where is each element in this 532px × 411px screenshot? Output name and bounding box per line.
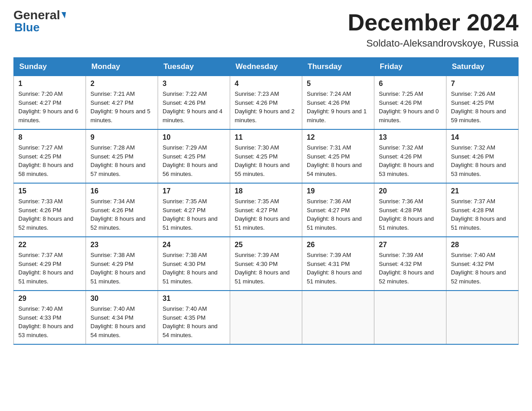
day-number: 9	[90, 133, 153, 141]
day-number: 24	[163, 241, 225, 249]
day-info: Sunrise: 7:27 AMSunset: 4:25 PMDaylight:…	[18, 143, 81, 178]
month-title: December 2024	[348, 9, 519, 36]
calendar-day-cell: 10Sunrise: 7:29 AMSunset: 4:25 PMDayligh…	[158, 129, 230, 183]
calendar-day-cell: 26Sunrise: 7:39 AMSunset: 4:31 PMDayligh…	[302, 237, 374, 291]
day-number: 8	[18, 133, 81, 141]
calendar-day-cell: 23Sunrise: 7:38 AMSunset: 4:29 PMDayligh…	[86, 237, 158, 291]
logo-general-text: General	[13, 9, 60, 21]
title-area: December 2024 Soldato-Aleksandrovskoye, …	[348, 9, 519, 49]
day-info: Sunrise: 7:26 AMSunset: 4:25 PMDaylight:…	[451, 90, 514, 124]
calendar-header: SundayMondayTuesdayWednesdayThursdayFrid…	[14, 58, 519, 76]
day-info: Sunrise: 7:35 AMSunset: 4:27 PMDaylight:…	[235, 197, 297, 232]
calendar-table: SundayMondayTuesdayWednesdayThursdayFrid…	[13, 57, 519, 345]
logo-general: General	[13, 9, 65, 21]
day-info: Sunrise: 7:32 AMSunset: 4:26 PMDaylight:…	[379, 143, 442, 178]
day-info: Sunrise: 7:32 AMSunset: 4:26 PMDaylight:…	[451, 143, 514, 178]
day-of-week-header: Thursday	[302, 58, 374, 76]
calendar-day-cell: 3Sunrise: 7:22 AMSunset: 4:26 PMDaylight…	[158, 76, 230, 130]
day-number: 26	[307, 241, 369, 249]
day-info: Sunrise: 7:38 AMSunset: 4:30 PMDaylight:…	[163, 251, 225, 286]
day-info: Sunrise: 7:21 AMSunset: 4:27 PMDaylight:…	[90, 90, 153, 124]
day-info: Sunrise: 7:33 AMSunset: 4:26 PMDaylight:…	[18, 197, 81, 232]
day-number: 13	[379, 133, 442, 141]
calendar-day-cell: 8Sunrise: 7:27 AMSunset: 4:25 PMDaylight…	[14, 129, 86, 183]
day-info: Sunrise: 7:39 AMSunset: 4:32 PMDaylight:…	[379, 251, 442, 286]
day-of-week-header: Sunday	[14, 58, 86, 76]
day-info: Sunrise: 7:40 AMSunset: 4:34 PMDaylight:…	[90, 304, 153, 339]
calendar-day-cell	[230, 291, 302, 344]
header-row: SundayMondayTuesdayWednesdayThursdayFrid…	[14, 58, 519, 76]
calendar-day-cell	[446, 291, 519, 344]
day-info: Sunrise: 7:31 AMSunset: 4:25 PMDaylight:…	[307, 143, 369, 178]
day-number: 11	[235, 133, 297, 141]
day-number: 10	[163, 133, 225, 141]
day-info: Sunrise: 7:35 AMSunset: 4:27 PMDaylight:…	[163, 197, 225, 232]
calendar-day-cell: 4Sunrise: 7:23 AMSunset: 4:26 PMDaylight…	[230, 76, 302, 130]
day-info: Sunrise: 7:37 AMSunset: 4:29 PMDaylight:…	[18, 251, 81, 286]
calendar-day-cell: 21Sunrise: 7:37 AMSunset: 4:28 PMDayligh…	[446, 183, 519, 237]
calendar-day-cell: 30Sunrise: 7:40 AMSunset: 4:34 PMDayligh…	[86, 291, 158, 344]
calendar-day-cell: 19Sunrise: 7:36 AMSunset: 4:27 PMDayligh…	[302, 183, 374, 237]
day-info: Sunrise: 7:25 AMSunset: 4:26 PMDaylight:…	[379, 90, 442, 124]
calendar-day-cell: 5Sunrise: 7:24 AMSunset: 4:26 PMDaylight…	[302, 76, 374, 130]
day-of-week-header: Friday	[374, 58, 446, 76]
day-number: 20	[379, 187, 442, 195]
calendar-day-cell	[302, 291, 374, 344]
day-info: Sunrise: 7:29 AMSunset: 4:25 PMDaylight:…	[163, 143, 225, 178]
calendar-week-row: 15Sunrise: 7:33 AMSunset: 4:26 PMDayligh…	[14, 183, 519, 237]
day-number: 21	[451, 187, 514, 195]
day-info: Sunrise: 7:36 AMSunset: 4:28 PMDaylight:…	[379, 197, 442, 232]
day-info: Sunrise: 7:40 AMSunset: 4:35 PMDaylight:…	[163, 304, 225, 339]
day-number: 14	[451, 133, 514, 141]
day-info: Sunrise: 7:36 AMSunset: 4:27 PMDaylight:…	[307, 197, 369, 232]
day-number: 31	[163, 295, 225, 303]
calendar-day-cell: 29Sunrise: 7:40 AMSunset: 4:33 PMDayligh…	[14, 291, 86, 344]
day-of-week-header: Wednesday	[230, 58, 302, 76]
calendar-day-cell: 7Sunrise: 7:26 AMSunset: 4:25 PMDaylight…	[446, 76, 519, 130]
day-number: 25	[235, 241, 297, 249]
day-number: 7	[451, 80, 514, 88]
logo-blue-text: Blue	[14, 21, 65, 33]
calendar-day-cell: 25Sunrise: 7:39 AMSunset: 4:30 PMDayligh…	[230, 237, 302, 291]
calendar-day-cell: 13Sunrise: 7:32 AMSunset: 4:26 PMDayligh…	[374, 129, 446, 183]
calendar-week-row: 29Sunrise: 7:40 AMSunset: 4:33 PMDayligh…	[14, 291, 519, 344]
calendar-day-cell: 2Sunrise: 7:21 AMSunset: 4:27 PMDaylight…	[86, 76, 158, 130]
calendar-day-cell: 15Sunrise: 7:33 AMSunset: 4:26 PMDayligh…	[14, 183, 86, 237]
calendar-day-cell: 31Sunrise: 7:40 AMSunset: 4:35 PMDayligh…	[158, 291, 230, 344]
day-of-week-header: Monday	[86, 58, 158, 76]
day-number: 28	[451, 241, 514, 249]
calendar-day-cell: 18Sunrise: 7:35 AMSunset: 4:27 PMDayligh…	[230, 183, 302, 237]
day-number: 29	[18, 295, 81, 303]
calendar-day-cell	[374, 291, 446, 344]
day-info: Sunrise: 7:24 AMSunset: 4:26 PMDaylight:…	[307, 90, 369, 124]
day-info: Sunrise: 7:22 AMSunset: 4:26 PMDaylight:…	[163, 90, 225, 124]
day-number: 18	[235, 187, 297, 195]
calendar-day-cell: 12Sunrise: 7:31 AMSunset: 4:25 PMDayligh…	[302, 129, 374, 183]
calendar-day-cell: 9Sunrise: 7:28 AMSunset: 4:25 PMDaylight…	[86, 129, 158, 183]
day-info: Sunrise: 7:30 AMSunset: 4:25 PMDaylight:…	[235, 143, 297, 178]
calendar-day-cell: 11Sunrise: 7:30 AMSunset: 4:25 PMDayligh…	[230, 129, 302, 183]
day-number: 4	[235, 80, 297, 88]
logo: General Blue	[13, 9, 65, 33]
day-of-week-header: Tuesday	[158, 58, 230, 76]
day-info: Sunrise: 7:38 AMSunset: 4:29 PMDaylight:…	[90, 251, 153, 286]
day-info: Sunrise: 7:34 AMSunset: 4:26 PMDaylight:…	[90, 197, 153, 232]
calendar-day-cell: 20Sunrise: 7:36 AMSunset: 4:28 PMDayligh…	[374, 183, 446, 237]
day-number: 3	[163, 80, 225, 88]
calendar-week-row: 1Sunrise: 7:20 AMSunset: 4:27 PMDaylight…	[14, 76, 519, 130]
day-info: Sunrise: 7:40 AMSunset: 4:33 PMDaylight:…	[18, 304, 81, 339]
calendar-day-cell: 6Sunrise: 7:25 AMSunset: 4:26 PMDaylight…	[374, 76, 446, 130]
calendar-day-cell: 1Sunrise: 7:20 AMSunset: 4:27 PMDaylight…	[14, 76, 86, 130]
calendar-day-cell: 16Sunrise: 7:34 AMSunset: 4:26 PMDayligh…	[86, 183, 158, 237]
day-info: Sunrise: 7:37 AMSunset: 4:28 PMDaylight:…	[451, 197, 514, 232]
day-number: 22	[18, 241, 81, 249]
day-info: Sunrise: 7:20 AMSunset: 4:27 PMDaylight:…	[18, 90, 81, 124]
day-info: Sunrise: 7:39 AMSunset: 4:31 PMDaylight:…	[307, 251, 369, 286]
day-number: 27	[379, 241, 442, 249]
day-of-week-header: Saturday	[446, 58, 519, 76]
calendar-day-cell: 14Sunrise: 7:32 AMSunset: 4:26 PMDayligh…	[446, 129, 519, 183]
day-number: 17	[163, 187, 225, 195]
day-number: 16	[90, 187, 153, 195]
day-info: Sunrise: 7:40 AMSunset: 4:32 PMDaylight:…	[451, 251, 514, 286]
page-header: General Blue December 2024 Soldato-Aleks…	[13, 9, 519, 49]
